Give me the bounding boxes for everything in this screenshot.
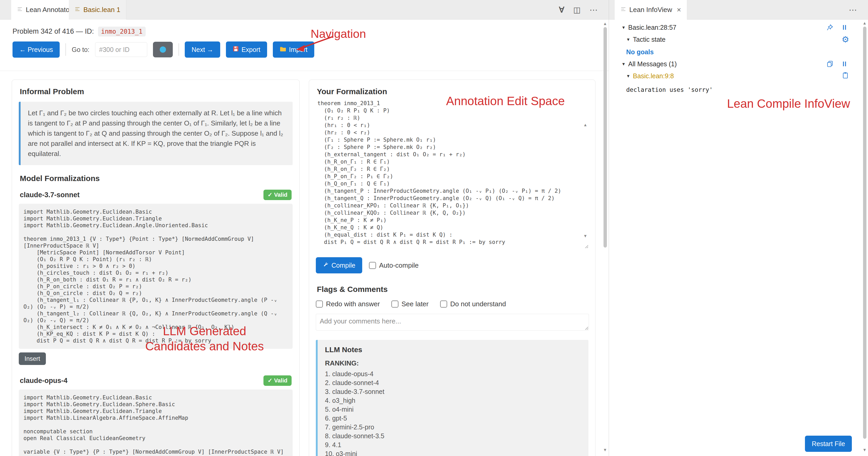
all-messages-actions xyxy=(826,60,848,68)
annotation-arrow xyxy=(291,33,336,57)
goto-label: Go to: xyxy=(72,46,89,54)
clipboard-icon[interactable] xyxy=(842,72,849,80)
redo-checkbox[interactable] xyxy=(316,301,323,308)
problem-card: Informal Problem Let Γ₁ and Γ₂ be two ci… xyxy=(12,80,300,456)
formalization-editor[interactable]: theorem inmo_2013_1 (O₁ O₂ R P₁ Q K : P)… xyxy=(316,99,578,250)
compile-button[interactable]: Compile xyxy=(316,257,362,274)
compile-label: Compile xyxy=(332,262,355,269)
annotation-line: Candidates and Notes xyxy=(104,339,305,354)
tab-lean-infoview[interactable]: Lean InfoView × xyxy=(615,0,687,20)
no-goals-label: No goals xyxy=(626,48,654,56)
copy-icon[interactable] xyxy=(826,60,834,68)
ranking-item: 2. claude-sonnet-4 xyxy=(325,378,581,387)
diagnostic-message: declaration uses 'sorry' xyxy=(626,86,713,93)
divider xyxy=(65,43,66,56)
main-scrollbar-thumb[interactable] xyxy=(603,27,607,248)
scroll-up-icon[interactable]: ▲ xyxy=(863,21,867,26)
scroll-up-icon[interactable]: ▲ xyxy=(603,21,607,26)
flag-not-understand-option[interactable]: Do not understand xyxy=(440,300,506,308)
message-location-row[interactable]: ▼ Basic.lean:9:8 xyxy=(626,72,674,80)
collapse-caret-icon[interactable]: ▼ xyxy=(621,25,626,30)
flag-label: See later xyxy=(402,300,429,308)
tab-label: Basic.lean 1 xyxy=(83,6,120,14)
insert-button[interactable]: Insert xyxy=(19,352,46,365)
collapse-caret-icon[interactable]: ▼ xyxy=(626,74,630,79)
more-actions-icon[interactable]: ⋯ xyxy=(589,5,598,15)
cursor-position-label: Basic.lean:28:57 xyxy=(628,24,677,31)
document-icon xyxy=(74,6,80,14)
goto-input[interactable] xyxy=(95,42,147,57)
valid-badge: ✓ Valid xyxy=(264,375,291,386)
flag-label: Redo with answer xyxy=(326,300,380,308)
model-header: claude-3.7-sonnet ✓ Valid xyxy=(20,190,291,200)
problem-id-badge: inmo_2013_1 xyxy=(98,27,146,36)
scroll-down-icon[interactable]: ▼ xyxy=(863,448,867,452)
lean-infoview-toggle-icon[interactable]: ∀ xyxy=(559,5,564,15)
auto-compile-checkbox[interactable] xyxy=(369,262,376,269)
collapse-caret-icon[interactable]: ▼ xyxy=(621,62,626,66)
auto-compile-option[interactable]: Auto-compile xyxy=(369,261,419,269)
position-row-actions xyxy=(826,24,848,32)
annotation-line: LLM Generated xyxy=(104,323,305,339)
message-actions xyxy=(842,72,849,80)
see-later-checkbox[interactable] xyxy=(392,301,398,308)
go-button[interactable] xyxy=(153,42,173,57)
no-goals-row: No goals xyxy=(626,48,654,56)
message-location-label: Basic.lean:9:8 xyxy=(633,72,674,80)
model-formalizations-title: Model Formalizations xyxy=(20,174,292,183)
annotation-lean-infoview: Lean Compile InfoView xyxy=(727,96,850,111)
infoview-scrollbar-thumb[interactable] xyxy=(863,27,866,439)
pin-icon[interactable] xyxy=(826,24,834,32)
scroll-down-icon[interactable]: ▼ xyxy=(583,234,587,238)
divider xyxy=(179,43,179,56)
collapse-caret-icon[interactable]: ▼ xyxy=(626,37,630,42)
pause-icon[interactable] xyxy=(841,60,848,68)
close-icon[interactable]: × xyxy=(677,6,681,14)
flag-redo-option[interactable]: Redo with answer xyxy=(316,300,380,308)
infoview-position-row[interactable]: ▼ Basic.lean:28:57 xyxy=(621,24,677,31)
scroll-down-icon[interactable]: ▼ xyxy=(603,448,607,452)
export-label: Export xyxy=(242,46,260,54)
previous-button[interactable]: ← Previous xyxy=(12,41,60,58)
ranking-item: 9. 4.1 xyxy=(325,440,581,449)
next-button[interactable]: Next → xyxy=(185,41,220,58)
message-row: declaration uses 'sorry' xyxy=(626,86,713,93)
document-icon xyxy=(620,6,626,14)
not-understand-checkbox[interactable] xyxy=(440,301,447,308)
tab-basic-lean[interactable]: Basic.lean 1 xyxy=(69,0,126,20)
resize-handle-icon[interactable] xyxy=(584,244,588,249)
annotator-panel: Problem 342 of 416 — ID: inmo_2013_1 ← P… xyxy=(0,20,609,456)
tab-label: Lean InfoView xyxy=(629,6,672,14)
resize-handle-icon[interactable] xyxy=(584,326,588,331)
flag-see-later-option[interactable]: See later xyxy=(392,300,429,308)
all-messages-row[interactable]: ▼ All Messages (1) xyxy=(621,60,677,68)
llm-notes-title: LLM Notes xyxy=(325,346,581,354)
split-editor-icon[interactable]: ◫ xyxy=(573,5,581,15)
model-name: claude-3.7-sonnet xyxy=(20,191,80,199)
tactic-state-actions: ⚙ xyxy=(842,35,849,44)
comments-input[interactable] xyxy=(316,314,589,331)
export-button[interactable]: Export xyxy=(226,41,267,58)
gear-icon[interactable]: ⚙ xyxy=(842,35,849,44)
restart-file-button[interactable]: Restart File xyxy=(805,436,852,452)
folder-icon xyxy=(280,46,286,54)
flag-label: Do not understand xyxy=(450,300,506,308)
tactic-state-label: Tactic state xyxy=(633,36,665,43)
more-actions-icon[interactable]: ⋯ xyxy=(849,5,858,15)
scroll-up-icon[interactable]: ▲ xyxy=(583,123,587,127)
ranking-item: 5. o4-mini xyxy=(325,405,581,414)
formalization-editor-wrap: theorem inmo_2013_1 (O₁ O₂ R P₁ Q K : P)… xyxy=(316,99,588,250)
ranking-item: 4. o3_high xyxy=(325,396,581,405)
lean-infoview-panel: ▼ Basic.lean:28:57 ▼ Tactic state ⚙ No g… xyxy=(609,20,868,456)
wrench-icon xyxy=(322,261,329,269)
tactic-state-row[interactable]: ▼ Tactic state xyxy=(626,36,665,43)
compile-row: Compile Auto-compile xyxy=(316,257,588,274)
formalization-card: Your Formalization theorem inmo_2013_1 (… xyxy=(309,80,595,456)
auto-compile-label: Auto-compile xyxy=(379,261,419,269)
problem-header: Problem 342 of 416 — ID: inmo_2013_1 xyxy=(12,27,146,35)
dot-icon xyxy=(160,47,166,53)
annotation-edit-space: Annotation Edit Space xyxy=(446,94,565,108)
all-messages-label: All Messages (1) xyxy=(628,60,677,68)
ranking-item: 1. claude-opus-4 xyxy=(325,369,581,378)
pause-icon[interactable] xyxy=(841,24,848,32)
